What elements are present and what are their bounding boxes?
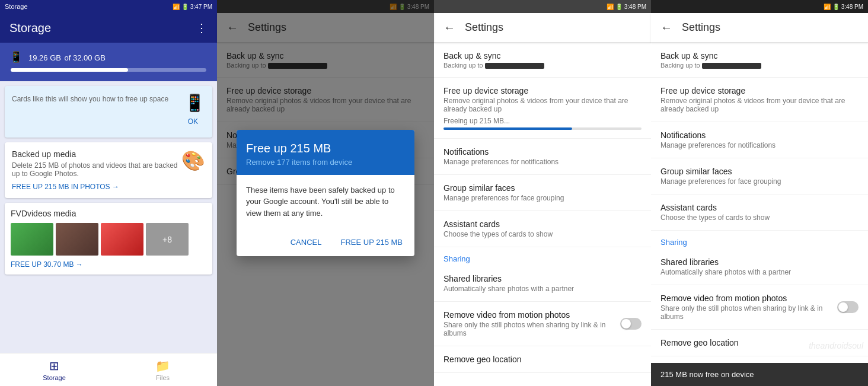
time-1: 3:47 PM xyxy=(190,4,212,10)
fvd-media-card: FVDvideos media +8 FREE UP 30.70 MB → xyxy=(5,203,212,275)
status-bar-4: 📶 🔋 3:48 PM xyxy=(651,0,868,13)
battery-icon-3: 🔋 xyxy=(615,4,623,10)
sharing-label-3: Sharing xyxy=(434,247,651,266)
status-bar-right-1: 📶 🔋 3:47 PM xyxy=(173,4,212,10)
panel-settings-final: 📶 🔋 3:48 PM ← Settings Back up & sync Ba… xyxy=(651,0,868,386)
google-photos-logo: 🎨 xyxy=(181,149,205,173)
shared-libs-desc-3: Automatically share photos with a partne… xyxy=(443,285,642,293)
thumb-2 xyxy=(56,223,98,256)
settings-title-4: Settings xyxy=(682,21,720,34)
remove-video-toggle-3[interactable] xyxy=(620,318,642,330)
settings-item-notif-4[interactable]: Notifications Manage preferences for not… xyxy=(651,122,868,158)
free-up-media-button[interactable]: FREE UP 30.70 MB → xyxy=(11,260,206,269)
backup-title-4: Back up & sync xyxy=(660,51,859,60)
cancel-button[interactable]: CANCEL xyxy=(283,233,329,251)
storage-progress-fill xyxy=(11,68,128,72)
settings-header-4: ← Settings xyxy=(651,13,868,43)
settings-title-3: Settings xyxy=(465,21,503,34)
nav-storage-label: Storage xyxy=(43,374,66,381)
bottom-navigation: ⊞ Storage 📁 Files xyxy=(0,353,217,386)
storage-header: Storage ⋮ xyxy=(0,13,217,43)
settings-item-shared-libs-3[interactable]: Shared libraries Automatically share pho… xyxy=(434,266,651,302)
notif-desc-4: Manage preferences for notifications xyxy=(660,141,859,149)
faces-title-3: Group similar faces xyxy=(443,183,642,193)
freeing-bar xyxy=(443,127,642,130)
settings-item-assistant-3[interactable]: Assistant cards Choose the types of card… xyxy=(434,211,651,247)
nav-files-label: Files xyxy=(156,374,170,381)
storage-body: 📱 19.26 GB of 32.00 GB Cards like this w… xyxy=(0,43,217,353)
email-blur-4 xyxy=(702,63,761,69)
freeing-text: Freeing up 215 MB... xyxy=(443,117,642,125)
assistant-title-3: Assistant cards xyxy=(443,219,642,229)
storage-page-title: Storage xyxy=(9,21,51,35)
dialog-header: Free up 215 MB Remove 177 items from dev… xyxy=(237,130,414,175)
remove-video-row-4: Remove video from motion photos Share on… xyxy=(660,294,859,321)
dialog-overlay: Free up 215 MB Remove 177 items from dev… xyxy=(217,0,434,386)
settings-item-backup-3[interactable]: Back up & sync Backing up to xyxy=(434,43,651,78)
assistant-desc-3: Choose the types of cards to show xyxy=(443,230,642,238)
storage-total: of xyxy=(65,53,73,62)
shared-libs-title-4: Shared libraries xyxy=(660,257,859,267)
settings-list-4: Back up & sync Backing up to Free up dev… xyxy=(651,43,868,386)
backed-up-card-inner: Backed up media Delete 215 MB of photos … xyxy=(12,149,205,178)
hint-ok-button[interactable]: OK xyxy=(181,113,205,130)
back-arrow-3[interactable]: ← xyxy=(443,21,455,34)
settings-item-geo-3[interactable]: Remove geo location xyxy=(434,346,651,373)
faces-title-4: Group similar faces xyxy=(660,167,859,176)
more-options-button[interactable]: ⋮ xyxy=(196,21,208,35)
settings-list-3: Back up & sync Backing up to Free up dev… xyxy=(434,43,651,386)
storage-progress-bar xyxy=(11,68,206,72)
panel-settings-freeing: 📶 🔋 3:48 PM ← Settings Back up & sync Ba… xyxy=(434,0,651,386)
hint-text: Cards like this will show you how to fre… xyxy=(12,95,168,103)
email-blur-3 xyxy=(485,63,544,69)
notif-desc-3: Manage preferences for notifications xyxy=(443,158,642,166)
settings-item-backup-4[interactable]: Back up & sync Backing up to xyxy=(651,43,868,78)
storage-nav-icon: ⊞ xyxy=(49,359,59,373)
backed-up-media-card: Backed up media Delete 215 MB of photos … xyxy=(5,142,212,198)
assistant-title-4: Assistant cards xyxy=(660,203,859,212)
free-up-hint-card: Cards like this will show you how to fre… xyxy=(5,86,212,138)
thumb-1 xyxy=(11,223,53,256)
geo-title-3: Remove geo location xyxy=(443,355,642,364)
nav-storage[interactable]: ⊞ Storage xyxy=(0,353,108,386)
settings-header-3: ← Settings xyxy=(434,13,651,43)
remove-video-title-3: Remove video from motion photos xyxy=(443,310,620,320)
remove-video-toggle-4[interactable] xyxy=(837,301,859,313)
remove-video-title-4: Remove video from motion photos xyxy=(660,294,837,303)
settings-item-freeup-4[interactable]: Free up device storage Remove original p… xyxy=(651,78,868,122)
backed-up-desc: Delete 215 MB of photos and videos that … xyxy=(12,161,181,178)
confirm-free-up-button[interactable]: FREE UP 215 MB xyxy=(333,233,410,251)
settings-item-assistant-4[interactable]: Assistant cards Choose the types of card… xyxy=(651,194,868,231)
free-up-photos-button[interactable]: FREE UP 215 MB IN PHOTOS → xyxy=(12,183,205,191)
watermark: theandroidsoul xyxy=(809,341,863,350)
files-nav-icon: 📁 xyxy=(155,359,170,373)
dialog-body: These items have been safely backed up t… xyxy=(237,175,414,229)
device-icon: 📱 xyxy=(9,50,23,63)
free-up-dialog: Free up 215 MB Remove 177 items from dev… xyxy=(237,130,414,257)
settings-item-faces-4[interactable]: Group similar faces Manage preferences f… xyxy=(651,158,868,194)
dialog-subtitle: Remove 177 items from device xyxy=(246,158,405,167)
panel-storage: Storage 📶 🔋 3:47 PM Storage ⋮ 📱 19.26 GB… xyxy=(0,0,217,386)
settings-item-freeup-3[interactable]: Free up device storage Remove original p… xyxy=(434,78,651,139)
remove-video-desc-4: Share only the still photos when sharing… xyxy=(660,304,837,321)
settings-item-notif-3[interactable]: Notifications Manage preferences for not… xyxy=(434,139,651,175)
settings-item-remove-video-4[interactable]: Remove video from motion photos Share on… xyxy=(651,285,868,330)
settings-item-faces-3[interactable]: Group similar faces Manage preferences f… xyxy=(434,175,651,211)
remove-video-text-4: Remove video from motion photos Share on… xyxy=(660,294,837,321)
dialog-actions: CANCEL FREE UP 215 MB xyxy=(237,228,414,256)
time-4: 3:48 PM xyxy=(841,4,863,10)
shared-libs-desc-4: Automatically share photos with a partne… xyxy=(660,268,859,276)
faces-desc-3: Manage preferences for face grouping xyxy=(443,194,642,202)
status-right-4: 📶 🔋 3:48 PM xyxy=(824,4,863,10)
settings-item-shared-libs-4[interactable]: Shared libraries Automatically share pho… xyxy=(651,249,868,285)
storage-used: 19.26 GB of 32.00 GB xyxy=(28,50,106,63)
notif-title-3: Notifications xyxy=(443,147,642,157)
settings-item-remove-video-3[interactable]: Remove video from motion photos Share on… xyxy=(434,302,651,346)
back-arrow-4[interactable]: ← xyxy=(660,21,672,34)
faces-desc-4: Manage preferences for face grouping xyxy=(660,177,859,186)
battery-icon: 🔋 xyxy=(181,4,189,10)
nav-files[interactable]: 📁 Files xyxy=(108,353,217,386)
freeing-bar-fill xyxy=(443,127,572,130)
freeup-desc-4: Remove original photos & videos from you… xyxy=(660,97,859,113)
storage-device-row: 📱 19.26 GB of 32.00 GB xyxy=(9,50,208,63)
